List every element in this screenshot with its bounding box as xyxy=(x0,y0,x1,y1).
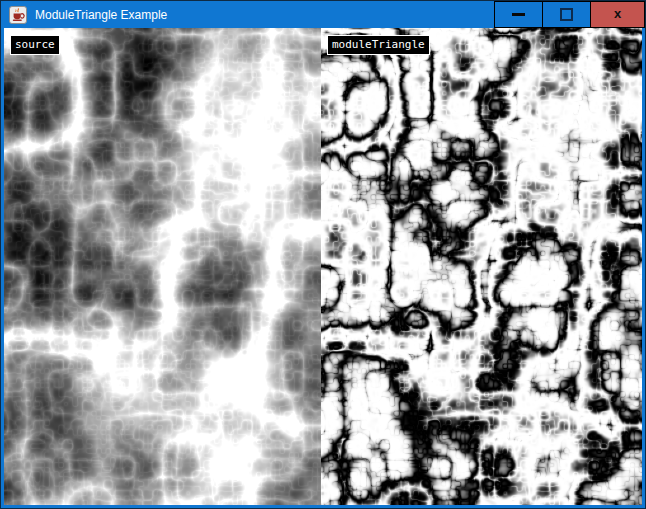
app-window: ModuleTriangle Example x source moduleTr… xyxy=(0,0,646,509)
titlebar[interactable]: ModuleTriangle Example x xyxy=(1,1,645,28)
panel-source: source xyxy=(4,28,321,505)
java-coffee-cup-icon xyxy=(9,6,27,24)
maximize-button[interactable] xyxy=(542,2,590,27)
close-button[interactable]: x xyxy=(590,2,644,27)
window-title: ModuleTriangle Example xyxy=(35,8,494,22)
moduletriangle-noise-image xyxy=(321,28,642,505)
minimize-icon xyxy=(512,13,525,16)
close-icon: x xyxy=(614,7,621,20)
minimize-button[interactable] xyxy=(495,2,542,27)
content-area: source moduleTriangle xyxy=(1,28,645,508)
moduletriangle-label: moduleTriangle xyxy=(327,35,430,55)
source-noise-image xyxy=(4,28,321,505)
panel-moduletriangle: moduleTriangle xyxy=(321,28,642,505)
window-controls: x xyxy=(494,1,645,28)
source-label: source xyxy=(10,35,60,55)
maximize-icon xyxy=(560,8,573,21)
